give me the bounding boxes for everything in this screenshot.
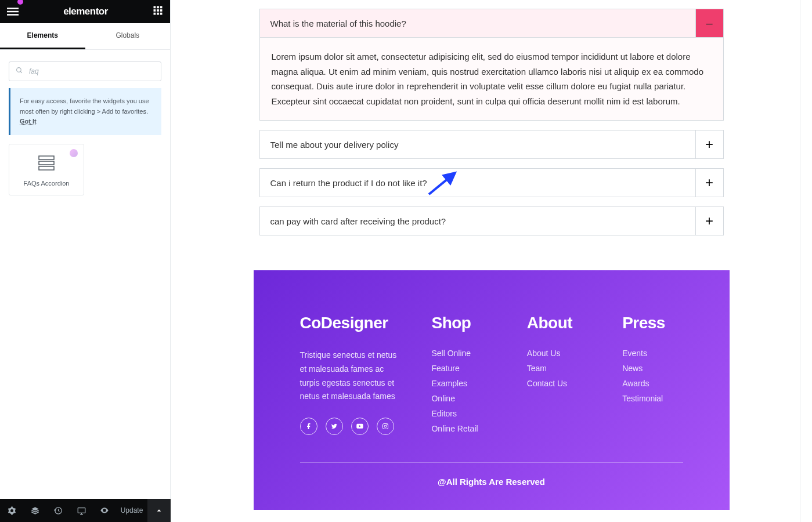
svg-point-20	[384, 425, 387, 427]
apps-button[interactable]	[153, 5, 163, 18]
copyright: @All Rights Are Reserved	[300, 477, 683, 487]
faq-question: Can i return the product if I do not lik…	[260, 170, 695, 196]
svg-rect-3	[154, 6, 156, 9]
footer-link[interactable]: Sell Online	[431, 349, 492, 358]
elementor-logo: elementor	[63, 6, 108, 17]
widget-label: FAQs Accordion	[15, 180, 78, 187]
footer-link[interactable]: Online	[431, 394, 492, 403]
footer-shop-title: Shop	[431, 314, 492, 332]
svg-line-13	[20, 71, 22, 73]
faq-item-4: can pay with card after receiving the pr…	[259, 206, 724, 235]
faq-accordion: What is the material of this hoodie? – L…	[259, 9, 724, 235]
sidebar-header: elementor	[0, 0, 170, 23]
footer-link[interactable]: Awards	[622, 379, 683, 388]
accordion-icon	[15, 155, 78, 175]
footer-link[interactable]: Examples	[431, 379, 492, 388]
footer-link[interactable]: Contact Us	[527, 379, 587, 388]
preview-area: What is the material of this hoodie? – L…	[171, 0, 812, 522]
footer-press-title: Press	[622, 314, 683, 332]
footer-link[interactable]: Events	[622, 349, 683, 358]
faq-answer: Lorem ipsum dolor sit amet, consectetur …	[260, 38, 723, 120]
svg-rect-11	[160, 13, 163, 15]
svg-line-18	[429, 173, 455, 194]
svg-rect-10	[157, 13, 159, 15]
update-button[interactable]: Update	[116, 506, 147, 514]
plus-icon: +	[695, 130, 723, 158]
svg-point-21	[387, 425, 387, 425]
svg-rect-17	[78, 507, 85, 513]
tip-gotit[interactable]: Got It	[20, 118, 37, 125]
footer-brand-desc: Tristique senectus et netus et malesuada…	[300, 349, 397, 404]
svg-rect-0	[7, 8, 19, 9]
youtube-icon[interactable]	[351, 418, 369, 435]
minus-icon: –	[695, 9, 723, 37]
faq-question: What is the material of this hoodie?	[260, 10, 695, 37]
faq-header[interactable]: Can i return the product if I do not lik…	[260, 169, 723, 197]
footer-about-title: About	[527, 314, 587, 332]
elementor-sidebar: elementor Elements Globals For easy acce…	[0, 0, 171, 522]
svg-rect-15	[39, 161, 54, 165]
arrow-annotation	[426, 168, 461, 202]
faq-question: can pay with card after receiving the pr…	[260, 208, 695, 234]
site-footer: CoDesigner Tristique senectus et netus e…	[254, 270, 730, 510]
svg-rect-9	[154, 13, 156, 15]
instagram-icon[interactable]	[377, 418, 394, 435]
svg-rect-8	[160, 9, 163, 12]
twitter-icon[interactable]	[326, 418, 343, 435]
update-options-button[interactable]	[147, 499, 171, 522]
svg-rect-4	[157, 6, 159, 9]
tip-box: For easy access, favorite the widgets yo…	[9, 88, 161, 135]
plus-icon: +	[695, 169, 723, 197]
faq-header[interactable]: What is the material of this hoodie? –	[260, 9, 723, 38]
tab-elements[interactable]: Elements	[0, 23, 85, 49]
footer-link[interactable]: Feature	[431, 364, 492, 373]
svg-rect-5	[160, 6, 163, 9]
tip-text: For easy access, favorite the widgets yo…	[20, 97, 149, 115]
svg-point-12	[17, 68, 21, 72]
plus-icon: +	[695, 207, 723, 235]
sidebar-tabs: Elements Globals	[0, 23, 170, 50]
widget-faqs-accordion[interactable]: FAQs Accordion	[9, 144, 84, 195]
faq-header[interactable]: can pay with card after receiving the pr…	[260, 207, 723, 235]
history-icon[interactable]	[46, 499, 70, 522]
footer-link[interactable]: Team	[527, 364, 587, 373]
footer-link[interactable]: About Us	[527, 349, 587, 358]
footer-brand-title: CoDesigner	[300, 314, 397, 332]
settings-icon[interactable]	[0, 499, 23, 522]
svg-rect-1	[7, 11, 19, 13]
svg-rect-7	[157, 9, 159, 12]
facebook-icon[interactable]	[300, 418, 317, 435]
search-input[interactable]	[9, 61, 161, 81]
responsive-icon[interactable]	[70, 499, 93, 522]
svg-rect-14	[39, 156, 54, 160]
faq-item-2: Tell me about your delivery policy +	[259, 130, 724, 159]
faq-item-3: Can i return the product if I do not lik…	[259, 168, 724, 197]
svg-rect-6	[154, 9, 156, 12]
footer-link[interactable]: Online Retail	[431, 424, 492, 433]
faq-question: Tell me about your delivery policy	[260, 132, 695, 158]
navigator-icon[interactable]	[23, 499, 46, 522]
faq-header[interactable]: Tell me about your delivery policy +	[260, 130, 723, 158]
menu-button[interactable]	[7, 6, 19, 17]
section-boundary	[800, 0, 800, 522]
tab-globals[interactable]: Globals	[85, 23, 171, 49]
sidebar-footer: Update	[0, 499, 171, 522]
svg-rect-16	[39, 166, 54, 170]
search-icon	[16, 66, 23, 77]
footer-divider	[300, 462, 683, 463]
preview-icon[interactable]	[93, 499, 116, 522]
footer-link[interactable]: News	[622, 364, 683, 373]
footer-link[interactable]: Testimonial	[622, 394, 683, 403]
widget-pro-badge	[70, 149, 78, 157]
footer-link[interactable]: Editors	[431, 409, 492, 418]
svg-rect-2	[7, 14, 19, 15]
notification-dot	[17, 0, 23, 5]
faq-item-1: What is the material of this hoodie? – L…	[259, 9, 724, 121]
